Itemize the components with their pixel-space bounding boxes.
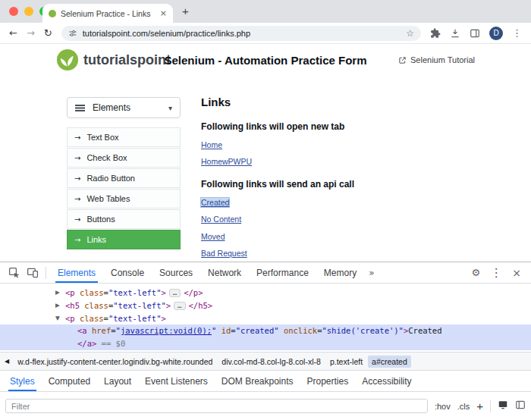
back-button[interactable]: ← (9, 28, 17, 38)
styles-filter-bar: :hov .cls + (0, 391, 531, 420)
dom-token-attr: class (75, 288, 104, 297)
devtools-tab-performance[interactable]: Performance (249, 262, 316, 283)
arrow-right-icon: → (74, 154, 80, 162)
devtools-tab-console[interactable]: Console (103, 262, 152, 283)
expand-inline-button[interactable]: … (174, 302, 185, 310)
devtools-tab-memory[interactable]: Memory (316, 262, 364, 283)
inspect-element-icon[interactable] (5, 267, 24, 279)
toolbar-divider (46, 267, 46, 279)
downloads-icon[interactable] (450, 28, 460, 39)
settings-gear-icon[interactable]: ⚙ (472, 267, 481, 278)
dom-token-tag: </h5> (189, 301, 213, 310)
dom-token-tag: </a> (77, 339, 96, 348)
sidebar-item-label: Buttons (86, 215, 115, 224)
devtools-tab-network[interactable]: Network (200, 262, 249, 283)
breadcrumb-p-text-left[interactable]: p.text-left (326, 356, 366, 368)
styles-tab-dom-breakpoints[interactable]: DOM Breakpoints (215, 371, 300, 391)
page-link-homewpwpu[interactable]: HomewPWPU (201, 157, 252, 166)
styles-tab-event-listeners[interactable]: Event Listeners (138, 371, 215, 391)
dom-token-text: Created (408, 326, 441, 335)
dom-node[interactable]: ▶<h5 class="text-left">…</h5> (0, 299, 531, 312)
arrow-right-icon: → (74, 133, 80, 142)
devtools-tab-sources[interactable]: Sources (152, 262, 200, 283)
styles-tab-styles[interactable]: Styles (3, 371, 42, 391)
dom-node[interactable]: ▶<p class="text-left">…</p> (0, 286, 531, 299)
new-style-rule-button[interactable]: + (476, 400, 483, 412)
tab-close-icon[interactable]: × (160, 8, 167, 18)
devtools-menu-icon[interactable]: ⋮ (490, 265, 502, 280)
sidebar-item-check-box[interactable]: →Check Box (67, 148, 181, 168)
filter-input[interactable] (5, 399, 428, 413)
rendering-icon[interactable] (498, 400, 508, 413)
pseudo-state-toggle[interactable]: :hov (435, 402, 451, 411)
dom-tree: ▶<p class="text-left">…</p>▶<h5 class="t… (0, 284, 531, 352)
page-link-home[interactable]: Home (201, 140, 222, 149)
reload-button[interactable]: ↻ (44, 28, 52, 38)
sidebar-item-web-tables[interactable]: →Web Tables (67, 189, 181, 208)
profile-avatar[interactable]: D (489, 27, 503, 40)
more-tabs-icon[interactable]: » (364, 268, 379, 278)
browser-menu-icon[interactable]: ⋮ (512, 27, 522, 39)
bookmark-star-icon[interactable]: ☆ (406, 28, 414, 39)
page-link-bad-request[interactable]: Bad Request (201, 249, 247, 258)
sidebar-item-text-box[interactable]: →Text Box (67, 127, 181, 147)
elements-dropdown[interactable]: Elements ▾ (67, 97, 181, 118)
links-main: Links Following links will open new tabH… (201, 96, 354, 262)
devtools-tabs: ElementsConsoleSourcesNetworkPerformance… (50, 262, 364, 283)
breadcrumb-div-col-md-8-col-lg-8-col-xl-8[interactable]: div.col-md-8.col-lg-8.col-xl-8 (218, 356, 325, 368)
expand-inline-button[interactable]: … (169, 289, 181, 297)
breadcrumb-items: w.d-flex.justify-content-center.logindiv… (14, 356, 411, 368)
styles-tab-accessibility[interactable]: Accessibility (355, 371, 418, 391)
sidebar-item-links[interactable]: →Links (67, 230, 181, 249)
breadcrumb-w-d-flex-justify-content-cente[interactable]: w.d-flex.justify-content-center.logindiv… (14, 356, 216, 368)
expand-icon[interactable]: ▶ (55, 286, 65, 299)
arrow-right-icon: → (74, 195, 80, 203)
address-bar[interactable]: tutorialspoint.com/selenium/practice/lin… (61, 26, 421, 41)
styles-tab-properties[interactable]: Properties (300, 371, 356, 391)
site-info-icon[interactable] (68, 29, 77, 38)
page-link-no-content[interactable]: No Content (201, 215, 241, 224)
page-link-moved[interactable]: Moved (201, 232, 225, 241)
url-text: tutorialspoint.com/selenium/practice/lin… (83, 29, 401, 38)
dom-token-tag: > (161, 288, 165, 297)
menu-icon (75, 104, 85, 111)
extensions-icon[interactable] (430, 28, 441, 39)
devtools-close-icon[interactable]: × (512, 267, 521, 279)
arrow-right-icon: → (74, 215, 80, 224)
collapse-icon[interactable]: ▼ (55, 312, 65, 324)
breadcrumb-scroll-left-icon[interactable]: ◀ (2, 358, 11, 365)
dom-token-link: javascript:void(0); (121, 326, 212, 335)
forward-button[interactable]: → (27, 28, 35, 38)
expand-icon[interactable]: ▶ (55, 299, 65, 312)
tab-title: Selenium Practice - Links (61, 9, 156, 18)
dom-token-tag: > (161, 314, 165, 323)
sidebar-item-label: Text Box (86, 133, 118, 142)
page-link-created[interactable]: Created (201, 198, 229, 207)
browser-tab[interactable]: Selenium Practice - Links × (42, 4, 173, 23)
devtools-tab-elements[interactable]: Elements (50, 262, 103, 283)
dom-node[interactable]: <a href="javascript:void(0);" id="create… (0, 324, 531, 337)
sidebar-item-radio-button[interactable]: →Radio Button (67, 168, 181, 188)
browser-window: Selenium Practice - Links × + ← → ↻ tuto… (0, 0, 531, 420)
close-window-button[interactable] (9, 7, 18, 16)
dom-node[interactable]: ▼<p class="text-left"> (0, 312, 531, 324)
dom-token-tag: <h5 (65, 301, 80, 310)
minimize-window-button[interactable] (24, 7, 33, 16)
dom-token-tag: > (166, 301, 171, 310)
browser-toolbar: ← → ↻ tutorialspoint.com/selenium/practi… (0, 23, 531, 44)
dom-node[interactable]: </a> == $0 (0, 337, 531, 350)
new-tab-button[interactable]: + (182, 5, 189, 17)
breadcrumb-bar: ◀ w.d-flex.justify-content-center.logind… (0, 352, 531, 370)
sidebar-panel-toggle-icon[interactable] (515, 400, 526, 413)
side-panel-icon[interactable] (470, 28, 480, 39)
breadcrumb-a-created[interactable]: a#created (368, 356, 411, 368)
styles-tab-computed[interactable]: Computed (42, 371, 97, 391)
element-class-toggle[interactable]: .cls (457, 402, 470, 411)
device-toolbar-icon[interactable] (24, 267, 42, 279)
page-title: Selenium - Automation Practice Form (137, 54, 394, 67)
styles-pane-tabs: StylesComputedLayoutEvent ListenersDOM B… (0, 370, 531, 391)
sidebar-item-buttons[interactable]: →Buttons (67, 209, 181, 229)
selenium-tutorial-link[interactable]: Selenium Tutorial (398, 55, 475, 64)
dom-token-tag: <a (77, 326, 87, 335)
styles-tab-layout[interactable]: Layout (97, 371, 138, 391)
